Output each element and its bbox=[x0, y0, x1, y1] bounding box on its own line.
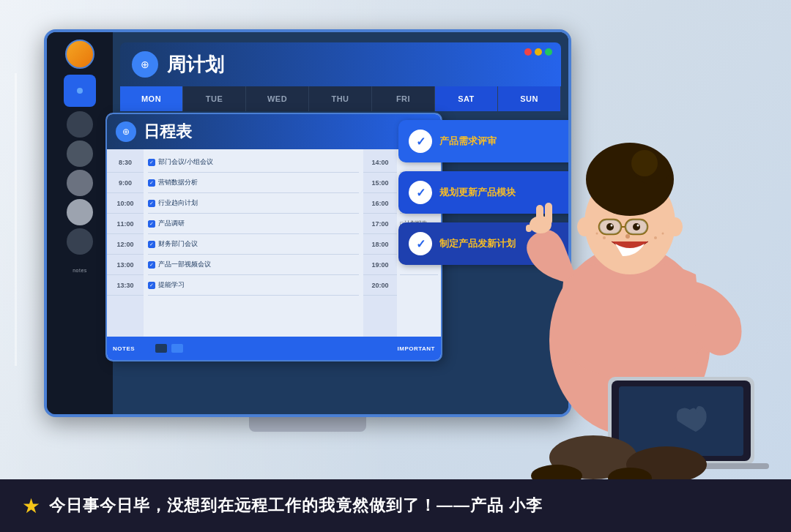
time-col-right: 14:00 15:00 16:00 17:00 18:00 19:00 20:0… bbox=[363, 149, 397, 337]
footer-important-label: IMPORTANT bbox=[398, 345, 435, 352]
sidebar-item-notes[interactable]: notes bbox=[64, 265, 96, 273]
checkbox-5[interactable]: ✓ bbox=[148, 261, 155, 269]
color-block-1 bbox=[139, 344, 151, 353]
time-1330: 13:30 bbox=[107, 275, 144, 296]
checkbox-2[interactable]: ✓ bbox=[148, 200, 155, 207]
sidebar-main-avatar bbox=[65, 40, 94, 69]
tasks-col: ✓ 部门会议/小组会议 ✓ 营销数据分析 ✓ 行业趋向计划 bbox=[144, 149, 363, 337]
weekly-logo: ⊕ bbox=[132, 51, 158, 78]
svg-point-15 bbox=[625, 234, 630, 239]
close-btn[interactable] bbox=[524, 48, 532, 56]
notes-label: notes bbox=[73, 268, 87, 273]
card-check-1: ✓ bbox=[409, 181, 432, 204]
schedule-body: 8:30 9:00 10:00 11:00 12:00 13:00 13:30 bbox=[107, 149, 441, 337]
time-1100: 11:00 bbox=[107, 214, 144, 234]
checkbox-1[interactable]: ✓ bbox=[148, 179, 155, 187]
checkbox-4[interactable]: ✓ bbox=[148, 241, 155, 248]
sidebar-avatar-1[interactable] bbox=[67, 111, 93, 138]
sidebar-avatar-4[interactable] bbox=[67, 199, 93, 225]
home-icon bbox=[77, 88, 83, 94]
footer-notes-label: NOTES bbox=[113, 345, 135, 352]
svg-rect-25 bbox=[533, 223, 540, 232]
sidebar-avatar-5[interactable] bbox=[67, 228, 93, 255]
checkbox-3[interactable]: ✓ bbox=[148, 220, 155, 228]
card-check-2: ✓ bbox=[409, 232, 432, 255]
svg-point-12 bbox=[633, 223, 640, 231]
svg-rect-30 bbox=[619, 386, 743, 456]
card-text-0: 产品需求评审 bbox=[439, 135, 497, 148]
sidebar-item-home[interactable] bbox=[64, 75, 96, 107]
card-check-0: ✓ bbox=[409, 130, 432, 153]
time-1000: 10:00 bbox=[107, 193, 144, 214]
svg-rect-26 bbox=[526, 225, 532, 232]
caption-text: 今日事今日毕，没想到在远程工作的我竟然做到了！——产品 小李 bbox=[49, 495, 543, 517]
schedule-footer: NOTES IMPORTANT bbox=[107, 337, 441, 360]
svg-point-18 bbox=[603, 236, 606, 239]
color-block-3 bbox=[171, 344, 183, 353]
time-2000: 20:00 bbox=[363, 275, 397, 296]
color-block-2 bbox=[155, 344, 167, 353]
check-icon-0: ✓ bbox=[416, 135, 426, 149]
svg-rect-24 bbox=[545, 203, 552, 225]
tab-sat[interactable]: SAT bbox=[435, 86, 498, 111]
tab-fri[interactable]: FRI bbox=[372, 86, 435, 111]
svg-point-17 bbox=[668, 217, 683, 236]
sidebar-avatar-2[interactable] bbox=[67, 141, 93, 167]
checkbox-6[interactable]: ✓ bbox=[148, 282, 155, 289]
caption-star-icon: ★ bbox=[22, 494, 40, 518]
time-1500: 15:00 bbox=[363, 173, 397, 193]
time-1300: 13:00 bbox=[107, 255, 144, 275]
tab-thu[interactable]: THU bbox=[309, 86, 372, 111]
min-btn[interactable] bbox=[535, 48, 542, 56]
time-900: 9:00 bbox=[107, 173, 144, 193]
task-row-3: ✓ 产品调研 bbox=[148, 214, 359, 234]
window-controls bbox=[524, 48, 552, 56]
schedule-header: ⊕ 日程表 bbox=[107, 114, 441, 149]
time-1800: 18:00 bbox=[363, 234, 397, 255]
note-empty-6 bbox=[400, 275, 438, 296]
caption-bar: ★ 今日事今日毕，没想到在远程工作的我竟然做到了！——产品 小李 bbox=[0, 479, 791, 532]
monitor-stand bbox=[249, 417, 366, 432]
schedule-logo: ⊕ bbox=[116, 121, 136, 142]
task-row-2: ✓ 行业趋向计划 bbox=[148, 193, 359, 214]
svg-point-13 bbox=[611, 225, 613, 227]
svg-point-20 bbox=[654, 236, 657, 239]
time-1900: 19:00 bbox=[363, 255, 397, 275]
tab-tue[interactable]: TUE bbox=[183, 86, 246, 111]
schedule-panel: ⊕ 日程表 8:30 9:00 10:00 11:00 12:00 13:00 bbox=[105, 113, 442, 361]
logo-icon: ⊕ bbox=[141, 59, 149, 70]
time-1700: 17:00 bbox=[363, 214, 397, 234]
tab-wed[interactable]: WED bbox=[246, 86, 309, 111]
svg-rect-23 bbox=[536, 205, 543, 225]
sidebar-avatar-3[interactable] bbox=[67, 170, 93, 196]
svg-point-16 bbox=[577, 217, 592, 236]
weekly-title: 周计划 bbox=[167, 52, 224, 78]
bg-window-line bbox=[15, 73, 17, 366]
svg-point-5 bbox=[631, 150, 658, 176]
svg-point-19 bbox=[596, 233, 598, 235]
task-row-0: ✓ 部门会议/小组会议 bbox=[148, 152, 359, 173]
time-col-left: 8:30 9:00 10:00 11:00 12:00 13:00 13:30 bbox=[107, 149, 144, 337]
task-row-5: ✓ 产品一部视频会议 bbox=[148, 255, 359, 275]
check-icon-2: ✓ bbox=[416, 237, 426, 251]
checkbox-0[interactable]: ✓ bbox=[148, 159, 155, 166]
main-container: notes ⊕ 周计划 bbox=[0, 0, 791, 532]
svg-point-14 bbox=[637, 225, 639, 227]
task-row-1: ✓ 营销数据分析 bbox=[148, 173, 359, 193]
svg-point-21 bbox=[662, 233, 664, 235]
task-row-6: ✓ 提能学习 bbox=[148, 275, 359, 296]
time-1600: 16:00 bbox=[363, 193, 397, 214]
task-row-4: ✓ 财务部门会议 bbox=[148, 234, 359, 255]
schedule-title: 日程表 bbox=[144, 121, 192, 143]
time-1400: 14:00 bbox=[363, 152, 397, 173]
tab-mon[interactable]: MON bbox=[120, 86, 183, 111]
check-icon-1: ✓ bbox=[416, 186, 426, 200]
svg-point-11 bbox=[606, 223, 614, 231]
time-1200: 12:00 bbox=[107, 234, 144, 255]
app-sidebar: notes bbox=[47, 32, 113, 414]
character-svg bbox=[491, 70, 769, 479]
character-area bbox=[491, 70, 769, 479]
time-830: 8:30 bbox=[107, 152, 144, 173]
max-btn[interactable] bbox=[545, 48, 552, 56]
